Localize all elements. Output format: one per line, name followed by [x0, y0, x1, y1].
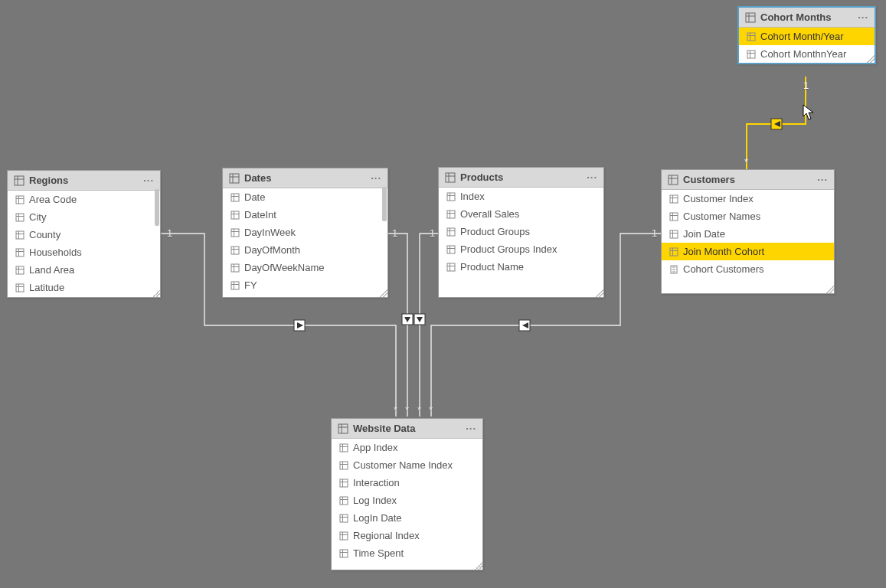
field-row[interactable]: LogIn Date	[332, 509, 482, 527]
field-row[interactable]: Join Date	[662, 225, 834, 243]
svg-rect-86	[670, 248, 678, 256]
field-label: Cohort MonthnYear	[760, 48, 846, 60]
column-icon	[339, 549, 348, 558]
column-icon	[446, 245, 456, 254]
field-label: Households	[29, 247, 82, 258]
table-menu-button[interactable]: ···	[143, 175, 154, 186]
field-row[interactable]: County	[8, 226, 160, 243]
column-icon	[339, 531, 348, 541]
field-row[interactable]: Interaction	[332, 474, 482, 492]
field-row[interactable]: Area Code	[8, 191, 160, 208]
field-row[interactable]: Customer Name Index	[332, 456, 482, 474]
svg-rect-114	[340, 550, 348, 557]
table-menu-button[interactable]: ···	[817, 174, 828, 185]
table-header[interactable]: Dates ···	[223, 168, 387, 188]
field-label: County	[29, 229, 60, 240]
svg-rect-5	[746, 13, 755, 22]
field-row[interactable]: Customer Names	[662, 207, 834, 225]
table-icon	[14, 175, 25, 186]
field-label: Area Code	[29, 194, 77, 205]
resize-handle[interactable]	[867, 55, 875, 63]
column-icon	[230, 246, 240, 255]
svg-rect-1	[402, 314, 413, 325]
field-row[interactable]: Index	[439, 188, 603, 205]
resize-handle[interactable]	[826, 286, 834, 293]
column-icon	[747, 32, 756, 41]
column-icon	[339, 479, 348, 488]
table-menu-button[interactable]: ···	[466, 423, 476, 434]
scrollbar-thumb[interactable]	[382, 187, 387, 221]
field-row[interactable]: Product Groups	[439, 223, 603, 240]
field-row[interactable]: Time Spent	[332, 544, 482, 562]
field-row[interactable]: City	[8, 208, 160, 226]
field-row[interactable]: Cohort MonthnYear	[739, 45, 875, 63]
field-row[interactable]: Customer Index	[662, 190, 834, 207]
column-icon	[747, 50, 756, 59]
svg-rect-38	[231, 194, 239, 201]
table-regions[interactable]: Regions ··· Area Code City County Househ…	[7, 170, 161, 298]
field-row[interactable]: Land Area	[8, 261, 160, 279]
table-dates[interactable]: Dates ··· Date DateInt DayInWeek DayOfMo…	[222, 168, 388, 298]
field-list: Index Overall Sales Product Groups Produ…	[439, 188, 603, 276]
table-icon	[668, 175, 678, 185]
field-row[interactable]: Log Index	[332, 492, 482, 509]
field-row[interactable]: Date	[223, 188, 387, 206]
field-label: City	[29, 211, 46, 223]
scrollbar-thumb[interactable]	[155, 189, 159, 226]
field-row[interactable]: Households	[8, 243, 160, 261]
column-icon	[446, 263, 456, 272]
column-icon	[339, 443, 348, 452]
table-menu-button[interactable]: ···	[371, 172, 381, 184]
column-icon	[15, 283, 25, 292]
field-label: Customer Index	[683, 193, 754, 204]
field-row[interactable]: Cohort Month/Year	[739, 28, 875, 45]
column-icon	[669, 230, 678, 239]
table-menu-button[interactable]: ···	[858, 11, 868, 23]
svg-rect-65	[447, 228, 455, 236]
field-row[interactable]: Cohort Customers	[662, 260, 834, 278]
table-header[interactable]: Cohort Months ···	[739, 8, 875, 28]
field-row[interactable]: Product Name	[439, 258, 603, 276]
resize-handle[interactable]	[152, 289, 160, 297]
field-row[interactable]: DateInt	[223, 206, 387, 224]
table-products[interactable]: Products ··· Index Overall Sales Product…	[438, 167, 604, 298]
field-row[interactable]: DayOfMonth	[223, 241, 387, 259]
column-icon	[669, 247, 678, 256]
field-label: Product Groups	[460, 226, 530, 237]
table-header[interactable]: Products ···	[439, 168, 603, 188]
field-row[interactable]: App Index	[332, 439, 482, 456]
resize-handle[interactable]	[475, 562, 482, 570]
resize-handle[interactable]	[380, 289, 387, 297]
svg-rect-96	[340, 444, 348, 452]
svg-rect-53	[231, 282, 239, 289]
table-customers[interactable]: Customers ··· Customer Index Customer Na…	[661, 169, 835, 294]
field-label: App Index	[353, 442, 398, 453]
field-row[interactable]: Join Month Cohort	[662, 243, 834, 260]
field-row[interactable]: FY	[223, 276, 387, 294]
field-label: LogIn Date	[353, 512, 402, 524]
resize-handle[interactable]	[596, 289, 603, 297]
field-label: Overall Sales	[460, 208, 519, 220]
table-cohort-months[interactable]: Cohort Months ··· Cohort Month/Year Coho…	[737, 6, 876, 64]
svg-rect-44	[231, 229, 239, 237]
table-header[interactable]: Website Data ···	[332, 419, 482, 439]
field-list: Customer Index Customer Names Join Date …	[662, 190, 834, 278]
table-header[interactable]: Customers ···	[662, 170, 834, 190]
table-menu-button[interactable]: ···	[587, 172, 597, 183]
field-row[interactable]: DayOfWeekName	[223, 259, 387, 276]
field-row[interactable]: Latitude	[8, 279, 160, 296]
table-title: Products	[460, 172, 503, 183]
field-row[interactable]: Regional Index	[332, 527, 482, 544]
column-icon	[446, 192, 456, 201]
column-icon	[339, 461, 348, 470]
field-row[interactable]: Product Groups Index	[439, 240, 603, 258]
field-row[interactable]: DayInWeek	[223, 224, 387, 241]
card-one: 1	[803, 80, 809, 91]
field-row[interactable]: Overall Sales	[439, 205, 603, 223]
svg-rect-68	[447, 246, 455, 253]
field-label: DayInWeek	[244, 227, 296, 238]
column-icon	[15, 195, 25, 204]
table-website-data[interactable]: Website Data ··· App Index Customer Name…	[331, 418, 483, 570]
card-many: *	[394, 404, 397, 416]
table-header[interactable]: Regions ···	[8, 171, 160, 191]
